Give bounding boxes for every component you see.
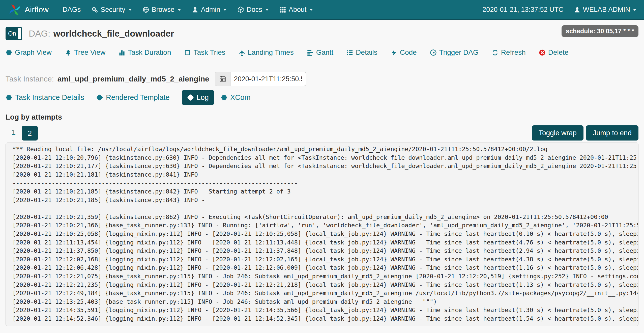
log-line: [2020-01-21 12:10:21,366] {base_task_run… <box>12 221 638 230</box>
caret-down-icon <box>265 9 269 11</box>
user-menu[interactable]: WELAB ADMIN <box>574 6 636 14</box>
schedule-badge: schedule: 30 05,17 * * * <box>562 25 638 37</box>
refresh-icon <box>492 49 499 56</box>
toolbar-landing-times-label: Landing Times <box>248 48 294 57</box>
play-circle-icon <box>430 49 437 56</box>
dag-name: worldcheck_file_downloader <box>53 29 174 39</box>
nav-security-label: Security <box>101 6 125 14</box>
starburst-icon <box>6 49 12 56</box>
log-line: [2020-01-21 12:12:02,168] {logging_mixin… <box>12 255 638 264</box>
starburst-icon <box>221 94 227 101</box>
toolbar-task-tries[interactable]: Task Tries <box>184 48 225 57</box>
rendered-template-label: Rendered Template <box>106 93 170 102</box>
toolbar-trigger-dag[interactable]: Trigger DAG <box>430 48 479 57</box>
caret-down-icon <box>633 9 636 11</box>
toolbar-code-label: Code <box>400 48 417 57</box>
caret-down-icon <box>223 9 227 11</box>
main-content: On DAG: worldcheck_file_downloader sched… <box>0 27 644 326</box>
toolbar-tree-view[interactable]: Tree View <box>65 48 106 57</box>
nav-browse-label: Browse <box>152 6 174 14</box>
nav-admin[interactable]: Admin <box>186 0 232 19</box>
calendar-button[interactable] <box>215 72 230 86</box>
nav-docs[interactable]: Docs <box>232 0 274 19</box>
toolbar-graph-view-label: Graph View <box>15 48 52 57</box>
toolbar-gantt-label: Gantt <box>316 48 333 57</box>
cube-icon <box>237 6 244 13</box>
nav-docs-label: Docs <box>247 6 262 14</box>
starburst-icon <box>187 94 194 101</box>
list-icon <box>346 49 353 56</box>
attempts-row: 1 2 Toggle wrap Jump to end <box>6 125 638 141</box>
attempt-tab-1[interactable]: 1 <box>6 128 22 141</box>
nav-security[interactable]: Security <box>86 0 137 19</box>
log-line: [2020-01-21 12:14:35,591] {logging_mixin… <box>12 306 638 315</box>
toolbar-refresh-label: Refresh <box>501 48 526 57</box>
toolbar-graph-view[interactable]: Graph View <box>6 48 52 57</box>
bar-chart-icon <box>119 49 125 56</box>
globe-icon <box>142 6 149 13</box>
dag-header: On DAG: worldcheck_file_downloader sched… <box>6 27 638 40</box>
log-line: [2020-01-21 12:11:37,850] {logging_mixin… <box>12 247 638 255</box>
log-button-active[interactable]: Log <box>182 90 214 105</box>
delete-circle-x-icon <box>539 49 546 56</box>
task-instance-name: aml_upd_premium_daily_md5_2_aiengine <box>57 75 209 83</box>
navbar-right: 2020-01-21, 13:37:52 UTC WELAB ADMIN <box>482 6 636 14</box>
nav-menu: DAGs Security <box>57 0 318 19</box>
jump-to-end-button[interactable]: Jump to end <box>586 125 638 141</box>
log-line: [2020-01-21 12:10:21,185] {taskinstance.… <box>12 196 638 205</box>
log-line: [2020-01-21 12:14:52,346] {logging_mixin… <box>12 315 638 323</box>
toggle-knob <box>18 28 21 39</box>
toggle-wrap-button[interactable]: Toggle wrap <box>532 125 583 141</box>
dag-pause-toggle[interactable]: On <box>6 27 22 40</box>
log-line: *** Reading local file: /usr/local/airfl… <box>12 145 638 154</box>
toolbar-task-duration-label: Task Duration <box>128 48 171 57</box>
toolbar-trigger-dag-label: Trigger DAG <box>439 48 479 57</box>
task-instance-row: Task Instance: aml_upd_premium_daily_md5… <box>6 72 638 86</box>
execution-date-input[interactable] <box>230 72 306 86</box>
toolbar-task-tries-label: Task Tries <box>193 48 225 57</box>
user-name: WELAB ADMIN <box>583 6 630 14</box>
log-line: [2020-01-21 12:10:21,181] {taskinstance.… <box>12 171 638 179</box>
log-line: [2020-01-21 12:13:25,403] {base_task_run… <box>12 298 638 306</box>
log-controls: Toggle wrap Jump to end <box>532 125 638 141</box>
navbar: Airflow DAGs Security <box>0 0 644 20</box>
nav-browse[interactable]: Browse <box>137 0 186 19</box>
brand-name: Airflow <box>25 5 49 14</box>
user-icon <box>192 6 198 13</box>
log-line: [2020-01-21 12:10:21,185] {taskinstance.… <box>12 187 638 196</box>
log-line: [2020-01-21 12:10:20,796] {taskinstance.… <box>12 154 638 162</box>
tree-icon <box>65 49 72 56</box>
log-line: ----------------------------------------… <box>12 204 638 213</box>
toolbar-code[interactable]: Code <box>391 48 417 57</box>
toolbar-delete[interactable]: Delete <box>539 48 569 57</box>
toolbar-landing-times[interactable]: Landing Times <box>239 48 294 57</box>
task-instance-details-label: Task Instance Details <box>15 93 84 102</box>
airflow-brand[interactable]: Airflow <box>8 3 49 17</box>
divider <box>6 64 638 64</box>
task-instance-details-button[interactable]: Task Instance Details <box>6 93 84 102</box>
square-outline-icon <box>184 49 191 56</box>
toolbar-tree-view-label: Tree View <box>74 48 106 57</box>
starburst-icon <box>96 94 103 101</box>
toolbar-delete-label: Delete <box>548 48 569 57</box>
attempt-tab-2-active[interactable]: 2 <box>22 126 38 141</box>
nav-about[interactable]: About <box>274 0 318 19</box>
toolbar-task-duration[interactable]: Task Duration <box>119 48 171 57</box>
log-output[interactable]: *** Reading local file: /usr/local/airfl… <box>6 143 638 326</box>
gears-icon <box>91 6 98 13</box>
task-instance-label: Task Instance: <box>6 75 54 83</box>
gantt-bars-icon <box>307 49 314 56</box>
toolbar-gantt[interactable]: Gantt <box>307 48 333 57</box>
xcom-button[interactable]: XCom <box>221 93 251 102</box>
nav-dags[interactable]: DAGs <box>57 0 86 19</box>
xcom-label: XCom <box>230 93 251 102</box>
log-line: [2020-01-21 12:10:21,359] {taskinstance.… <box>12 213 638 221</box>
log-line: [2020-01-21 12:12:06,428] {logging_mixin… <box>12 264 638 272</box>
rendered-template-button[interactable]: Rendered Template <box>96 93 170 102</box>
log-line: [2020-01-21 12:12:21,075] {base_task_run… <box>12 272 638 281</box>
plane-icon <box>239 49 245 56</box>
log-content: *** Reading local file: /usr/local/airfl… <box>12 145 638 323</box>
toolbar-details[interactable]: Details <box>346 48 377 57</box>
log-line: [2020-01-21 12:12:49,184] {base_task_run… <box>12 289 638 298</box>
toolbar-refresh[interactable]: Refresh <box>492 48 526 57</box>
